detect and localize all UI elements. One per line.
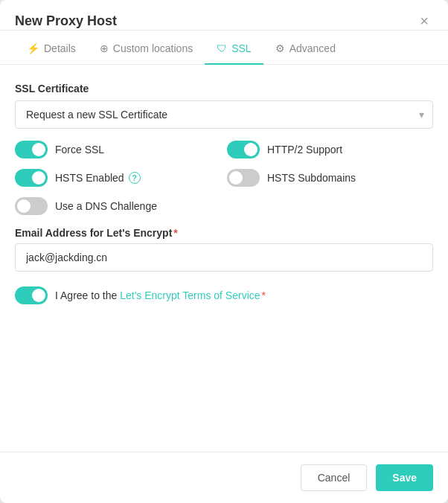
hsts-subdomains-label: HSTS Subdomains (267, 172, 356, 184)
dns-challenge-row: Use a DNS Challenge (15, 197, 433, 215)
advanced-icon: ⚙ (275, 42, 285, 54)
modal-footer: Cancel Save (0, 452, 448, 503)
hsts-enabled-slider (15, 169, 48, 187)
hsts-enabled-label: HSTS Enabled ? (55, 172, 141, 184)
modal-body: SSL Certificate Request a new SSL Certif… (0, 65, 448, 452)
hsts-enabled-toggle[interactable] (15, 169, 48, 187)
http2-label: HTTP/2 Support (267, 144, 342, 156)
force-ssl-row: Force SSL (15, 141, 221, 158)
save-button[interactable]: Save (376, 464, 433, 491)
custom-locations-icon: ⊕ (100, 42, 109, 54)
force-ssl-toggle[interactable] (15, 141, 48, 158)
tos-text: I Agree to the Let's Encrypt Terms of Se… (55, 289, 266, 301)
http2-row: HTTP/2 Support (227, 141, 433, 158)
email-field-section: Email Address for Let's Encrypt* (15, 227, 433, 272)
toggles-grid: Force SSL HTTP/2 Support HSTS Enabled ? (15, 141, 433, 215)
hsts-enabled-row: HSTS Enabled ? (15, 169, 221, 187)
ssl-icon: 🛡 (217, 42, 227, 54)
email-input[interactable] (15, 243, 433, 272)
tab-advanced-label: Advanced (289, 42, 336, 54)
dns-challenge-toggle[interactable] (15, 197, 48, 215)
modal: New Proxy Host × ⚡ Details ⊕ Custom loca… (0, 0, 448, 503)
tos-row: I Agree to the Let's Encrypt Terms of Se… (15, 286, 433, 304)
ssl-certificate-label: SSL Certificate (15, 83, 433, 94)
email-field-label: Email Address for Let's Encrypt* (15, 227, 433, 239)
close-button[interactable]: × (415, 12, 433, 30)
tab-custom-locations[interactable]: ⊕ Custom locations (88, 33, 205, 65)
tos-slider (15, 286, 48, 304)
tab-details[interactable]: ⚡ Details (15, 33, 88, 65)
modal-title: New Proxy Host (15, 13, 117, 29)
ssl-certificate-select-wrapper: Request a new SSL Certificate (15, 100, 433, 129)
details-icon: ⚡ (27, 42, 39, 54)
email-required-marker: * (173, 227, 177, 239)
force-ssl-label: Force SSL (55, 144, 104, 156)
tab-custom-locations-label: Custom locations (113, 42, 193, 54)
dns-challenge-label: Use a DNS Challenge (55, 200, 157, 212)
force-ssl-slider (15, 141, 48, 158)
cancel-button[interactable]: Cancel (301, 464, 368, 491)
ssl-certificate-section: SSL Certificate Request a new SSL Certif… (15, 83, 433, 129)
tab-ssl[interactable]: 🛡 SSL (205, 33, 263, 65)
tos-toggle[interactable] (15, 286, 48, 304)
hsts-help-icon[interactable]: ? (129, 172, 141, 184)
http2-slider (227, 141, 260, 158)
tab-advanced[interactable]: ⚙ Advanced (263, 33, 348, 65)
hsts-subdomains-slider (227, 169, 260, 187)
tabs-bar: ⚡ Details ⊕ Custom locations 🛡 SSL ⚙ Adv… (0, 33, 448, 65)
hsts-subdomains-toggle[interactable] (227, 169, 260, 187)
tos-required-marker: * (262, 289, 266, 301)
tos-link[interactable]: Let's Encrypt Terms of Service (120, 289, 260, 301)
dns-challenge-slider (15, 197, 48, 215)
hsts-subdomains-row: HSTS Subdomains (227, 169, 433, 187)
tab-ssl-label: SSL (231, 42, 251, 54)
http2-toggle[interactable] (227, 141, 260, 158)
tab-details-label: Details (44, 42, 76, 54)
modal-header: New Proxy Host × (0, 0, 448, 31)
ssl-certificate-select[interactable]: Request a new SSL Certificate (15, 100, 433, 129)
